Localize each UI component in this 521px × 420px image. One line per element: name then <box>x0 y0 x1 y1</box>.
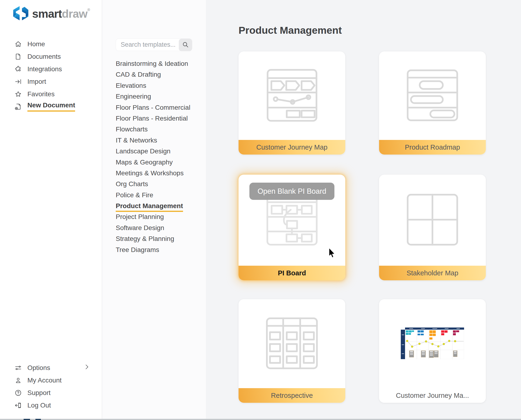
stakeholder-map-icon <box>407 194 458 247</box>
sidebar-item-support[interactable]: Support <box>14 387 92 399</box>
sidebar-item-label: Support <box>27 389 51 397</box>
product-roadmap-icon <box>407 69 458 122</box>
sidebar-item-options[interactable]: Options <box>14 361 92 374</box>
template-card-label: Stakeholder Map <box>379 266 486 280</box>
sidebar-footer: Options My Account Support Log Out <box>14 361 92 412</box>
category-item[interactable]: Tree Diagrams <box>116 244 190 255</box>
user-icon <box>14 376 22 384</box>
help-icon <box>14 389 22 397</box>
mouse-cursor-icon <box>328 247 336 260</box>
category-item[interactable]: Software Design <box>116 223 190 233</box>
category-item[interactable]: Project Planning <box>116 211 190 222</box>
sidebar-item-label: Favorites <box>27 90 54 98</box>
sidebar-item-label: Home <box>27 40 45 48</box>
search-input[interactable] <box>121 39 175 51</box>
logout-icon <box>14 401 22 409</box>
sidebar-item-new-document[interactable]: New Document <box>14 100 92 113</box>
category-list: Brainstorming & Ideation CAD & Drafting … <box>116 58 190 255</box>
search-button[interactable] <box>179 39 192 51</box>
sidebar-item-label: Integrations <box>27 65 62 73</box>
sidebar-item-log-out[interactable]: Log Out <box>14 399 92 412</box>
template-card-label: Product Roadmap <box>379 140 486 155</box>
new-document-icon <box>14 103 22 111</box>
template-card-label: Retrospective <box>238 388 345 403</box>
template-card-customer-journey-map-2[interactable]: Customer Journey Ma... <box>379 299 486 403</box>
category-item[interactable]: Brainstorming & Ideation <box>116 58 190 69</box>
sidebar-item-my-account[interactable]: My Account <box>14 374 92 387</box>
sidebar-item-label: Log Out <box>27 402 51 409</box>
sidebar-item-label: Options <box>27 364 50 372</box>
category-item[interactable]: Elevations <box>116 80 190 91</box>
template-card-label: Customer Journey Ma... <box>379 388 486 403</box>
category-item[interactable]: Floor Plans - Commercial <box>116 102 190 113</box>
category-item[interactable]: IT & Networks <box>116 135 190 146</box>
sidebar-item-label: New Document <box>27 101 75 112</box>
pi-board-icon <box>266 194 318 247</box>
chevron-right-icon <box>84 364 90 372</box>
page-title: Product Management <box>238 24 342 36</box>
home-icon <box>14 40 22 48</box>
sliders-icon <box>14 364 22 372</box>
template-card-product-roadmap[interactable]: Product Roadmap <box>379 52 486 155</box>
template-card-label: Customer Journey Map <box>238 140 345 155</box>
integrations-icon <box>14 65 22 73</box>
smartdraw-logo[interactable]: smartdraw® <box>13 6 90 21</box>
sidebar: smartdraw® Home Documents Integrations I… <box>0 0 102 420</box>
sidebar-item-label: Import <box>27 78 46 85</box>
document-icon <box>14 52 22 61</box>
star-icon <box>14 90 22 98</box>
category-item[interactable]: Meetings & Workshops <box>116 168 190 179</box>
sidebar-item-label: My Account <box>27 377 62 384</box>
search-icon <box>182 41 189 49</box>
template-card-label: PI Board <box>238 266 345 280</box>
templates-panel: Brainstorming & Ideation CAD & Drafting … <box>102 0 206 420</box>
category-item[interactable]: CAD & Drafting <box>116 69 190 80</box>
customer-journey-map-icon <box>267 69 317 123</box>
import-icon <box>14 78 22 86</box>
category-item[interactable]: Engineering <box>116 91 190 102</box>
sidebar-nav: Home Documents Integrations Import Favor… <box>14 38 92 113</box>
retrospective-icon <box>266 317 318 370</box>
sidebar-item-home[interactable]: Home <box>14 38 92 50</box>
customer-journey-thumbnail <box>401 328 464 360</box>
template-card-retrospective[interactable]: Retrospective <box>238 299 345 403</box>
category-item[interactable]: Flowcharts <box>116 124 190 135</box>
sidebar-item-label: Documents <box>27 53 61 60</box>
template-card-stakeholder-map[interactable]: Stakeholder Map <box>379 175 486 280</box>
smartdraw-logo-icon <box>13 6 28 21</box>
search-box <box>116 38 192 51</box>
category-item[interactable]: Floor Plans - Residential <box>116 113 190 124</box>
sidebar-item-import[interactable]: Import <box>14 75 92 88</box>
template-card-customer-journey-map[interactable]: Customer Journey Map <box>238 52 345 155</box>
category-item[interactable]: Org Charts <box>116 179 190 189</box>
sidebar-item-favorites[interactable]: Favorites <box>14 88 92 100</box>
smartdraw-logo-text: smartdraw® <box>32 7 90 20</box>
category-item[interactable]: Maps & Geography <box>116 157 190 168</box>
open-blank-pi-board-button[interactable]: Open Blank PI Board <box>249 183 334 200</box>
sidebar-item-documents[interactable]: Documents <box>14 50 92 63</box>
category-item[interactable]: Police & Fire <box>116 190 190 201</box>
category-item[interactable]: Strategy & Planning <box>116 233 190 244</box>
screen-edge-strip <box>0 419 521 420</box>
sidebar-item-integrations[interactable]: Integrations <box>14 63 92 75</box>
category-item-active[interactable]: Product Management <box>116 201 190 211</box>
category-item[interactable]: Landscape Design <box>116 146 190 157</box>
